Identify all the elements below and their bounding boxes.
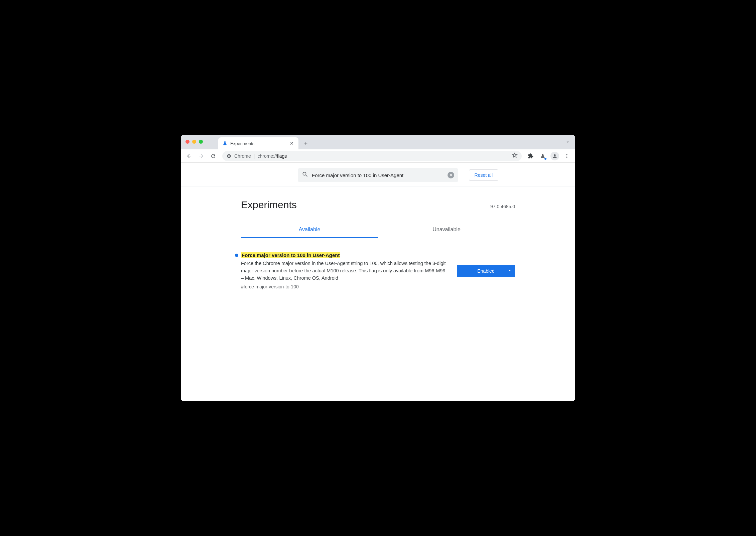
toolbar: Chrome | chrome://flags	[181, 149, 575, 163]
close-window-button[interactable]	[185, 140, 190, 144]
extensions-button[interactable]	[526, 151, 536, 161]
browser-window: Experiments ✕ + Chrome | chrome://flags	[181, 135, 575, 401]
tabs-overflow-button[interactable]	[565, 139, 571, 146]
tab-unavailable[interactable]: Unavailable	[378, 222, 515, 238]
address-separator: |	[254, 153, 255, 159]
flag-state-select[interactable]: Enabled	[457, 265, 515, 277]
tab-title: Experiments	[230, 141, 254, 146]
search-icon	[302, 171, 308, 179]
menu-button[interactable]	[562, 151, 572, 161]
flask-icon	[222, 141, 228, 146]
titlebar: Experiments ✕ +	[181, 135, 575, 149]
page-content: ✕ Reset all Experiments 97.0.4685.0 Avai…	[181, 163, 575, 401]
reset-all-button[interactable]: Reset all	[469, 169, 498, 181]
profile-button[interactable]	[550, 151, 560, 161]
labs-button[interactable]	[538, 151, 548, 161]
flag-row: Force major version to 100 in User-Agent…	[241, 252, 515, 290]
main: Experiments 97.0.4685.0 Available Unavai…	[241, 186, 515, 303]
address-bar[interactable]: Chrome | chrome://flags	[222, 151, 522, 161]
svg-point-1	[228, 155, 230, 157]
address-label: Chrome	[234, 153, 251, 159]
chrome-icon	[226, 153, 232, 159]
back-button[interactable]	[184, 151, 194, 161]
svg-point-4	[566, 157, 568, 158]
tab-available[interactable]: Available	[241, 222, 378, 238]
maximize-window-button[interactable]	[199, 140, 203, 144]
tabs: Available Unavailable	[241, 222, 515, 238]
version-label: 97.0.4685.0	[490, 204, 515, 209]
flag-state-label: Enabled	[477, 268, 494, 274]
flag-title: Force major version to 100 in User-Agent	[241, 252, 340, 258]
flag-title-row: Force major version to 100 in User-Agent	[241, 252, 449, 258]
svg-point-3	[566, 155, 568, 156]
minimize-window-button[interactable]	[192, 140, 196, 144]
browser-tab[interactable]: Experiments ✕	[218, 137, 298, 149]
new-tab-button[interactable]: +	[301, 139, 310, 148]
clear-search-button[interactable]: ✕	[448, 172, 454, 178]
reload-button[interactable]	[208, 151, 218, 161]
bookmark-button[interactable]	[512, 152, 518, 159]
avatar-icon	[550, 152, 559, 160]
flag-description: Force the Chrome major version in the Us…	[241, 260, 449, 282]
window-controls	[185, 140, 203, 144]
title-row: Experiments 97.0.4685.0	[241, 193, 515, 214]
forward-button[interactable]	[196, 151, 206, 161]
flag-anchor-link[interactable]: #force-major-version-to-100	[241, 284, 299, 289]
svg-point-2	[566, 154, 568, 155]
url-text: chrome://flags	[257, 153, 287, 159]
flag-body: Force major version to 100 in User-Agent…	[241, 252, 449, 290]
chevron-down-icon	[508, 268, 512, 274]
search-box[interactable]: ✕	[298, 168, 458, 182]
search-input[interactable]	[312, 172, 444, 178]
page-title: Experiments	[241, 199, 297, 211]
modified-dot-icon	[235, 254, 238, 257]
close-tab-button[interactable]: ✕	[289, 141, 294, 146]
header-row: ✕ Reset all	[181, 163, 575, 186]
